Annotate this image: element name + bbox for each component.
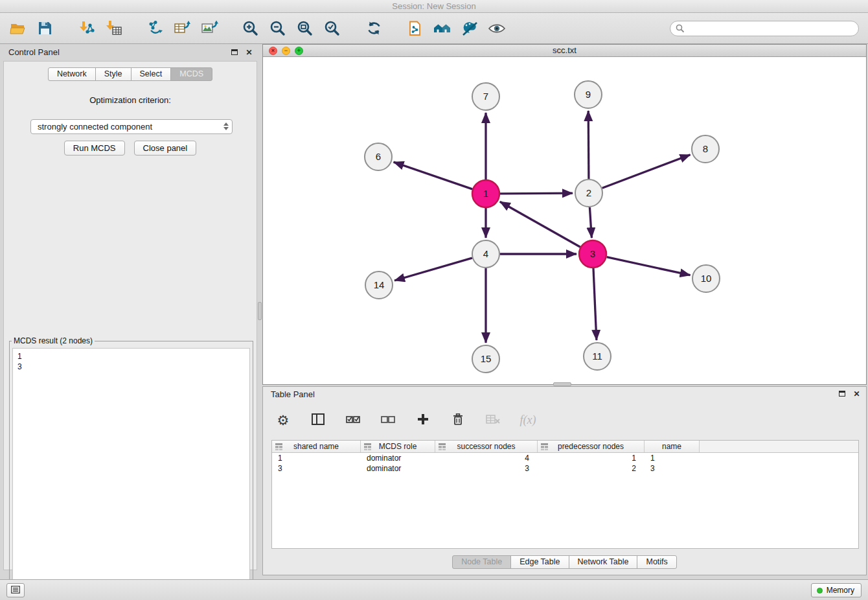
column-header-successor-nodes[interactable]: successor nodes — [435, 441, 538, 452]
table-panel-title: Table Panel — [271, 389, 315, 399]
column-header-predecessor-nodes[interactable]: predecessor nodes — [538, 441, 645, 452]
window-zoom-icon[interactable]: + — [295, 47, 303, 55]
criterion-dropdown-value: strongly connected component — [38, 122, 152, 132]
svg-text:11: 11 — [592, 351, 602, 362]
export-table-button[interactable] — [171, 17, 193, 40]
close-panel-button[interactable]: Close panel — [134, 141, 197, 156]
graph-node-10[interactable]: 10 — [692, 265, 720, 292]
first-neighbors-button[interactable] — [431, 17, 453, 40]
graph-edge-3-1[interactable] — [500, 202, 580, 247]
refresh-button[interactable] — [363, 17, 385, 40]
control-panel-tabs: Network Style Select MCDS — [4, 67, 257, 81]
open-session-button[interactable] — [6, 17, 29, 40]
delete-table-button[interactable] — [483, 410, 503, 430]
graph-edge-1-6[interactable] — [394, 162, 473, 189]
graph-edge-2-8[interactable] — [602, 155, 691, 188]
mcds-result-list[interactable]: 1 3 — [12, 348, 250, 581]
column-header-mcds-role[interactable]: MCDS role — [361, 441, 435, 452]
network-canvas[interactable]: 7968124314101511 — [263, 57, 866, 384]
search-icon — [676, 24, 685, 36]
graph-edge-2-3[interactable] — [589, 207, 591, 238]
column-label: name — [662, 442, 681, 451]
memory-button[interactable]: Memory — [811, 583, 862, 597]
column-type-icon — [275, 443, 282, 452]
table-row[interactable]: 3 dominator 3 2 3 — [272, 463, 858, 474]
network-graph[interactable]: 7968124314101511 — [263, 57, 866, 384]
tab-motifs[interactable]: Motifs — [637, 555, 676, 569]
svg-text:15: 15 — [481, 353, 492, 364]
toolbar-search — [670, 21, 859, 36]
save-session-button[interactable] — [34, 17, 56, 40]
criterion-dropdown[interactable]: strongly connected component — [30, 119, 233, 134]
float-table-panel-icon[interactable] — [838, 389, 846, 398]
cell-name: 1 — [645, 453, 700, 463]
select-all-columns-button[interactable] — [343, 410, 363, 430]
svg-text:1: 1 — [483, 188, 488, 199]
graph-node-1[interactable]: 1 — [472, 180, 499, 207]
export-image-button[interactable] — [198, 17, 220, 40]
import-network-icon — [78, 19, 95, 37]
tab-network-table[interactable]: Network Table — [569, 555, 638, 569]
import-table-icon — [105, 19, 122, 37]
window-minimize-icon[interactable]: − — [282, 47, 290, 55]
zoom-fit-icon — [297, 20, 314, 37]
table-settings-button[interactable]: ⚙ — [273, 410, 293, 430]
graph-node-11[interactable]: 11 — [584, 343, 611, 370]
zoom-out-button[interactable] — [267, 17, 289, 40]
node-table: shared name MCDS role successor nodes — [271, 440, 859, 549]
export-network-button[interactable] — [144, 17, 166, 40]
graph-node-4[interactable]: 4 — [472, 240, 499, 268]
list-icon — [11, 586, 20, 595]
tab-edge-table[interactable]: Edge Table — [510, 555, 569, 569]
graph-node-6[interactable]: 6 — [365, 143, 392, 170]
show-hide-button[interactable] — [486, 17, 508, 40]
graph-node-3[interactable]: 3 — [579, 240, 606, 268]
control-panel-title: Control Panel — [8, 47, 60, 57]
graph-edge-2-9[interactable] — [588, 111, 589, 179]
run-mcds-button[interactable]: Run MCDS — [64, 141, 125, 156]
column-header-name[interactable]: name — [645, 441, 700, 452]
graph-node-2[interactable]: 2 — [575, 179, 602, 207]
tab-style[interactable]: Style — [95, 67, 131, 81]
tab-mcds[interactable]: MCDS — [170, 67, 212, 81]
close-table-panel-icon[interactable]: ✕ — [852, 389, 861, 398]
clone-network-button[interactable] — [404, 17, 426, 40]
tab-node-table[interactable]: Node Table — [452, 555, 511, 569]
graph-edge-1-2[interactable] — [500, 193, 573, 194]
zoom-in-button[interactable] — [240, 17, 262, 40]
tab-select[interactable]: Select — [131, 67, 172, 81]
control-panel: Control Panel ✕ Network Style Select MCD… — [2, 45, 258, 571]
apply-style-button[interactable] — [459, 17, 481, 40]
show-panels-button[interactable] — [6, 583, 25, 597]
graph-edge-4-14[interactable] — [394, 258, 472, 281]
mcds-result-title: MCDS result (2 nodes) — [12, 336, 95, 345]
table-panel-header: Table Panel ✕ — [263, 387, 866, 402]
network-window-title: scc.txt — [553, 45, 577, 55]
import-network-button[interactable] — [75, 17, 97, 40]
graph-node-9[interactable]: 9 — [575, 81, 602, 108]
close-panel-icon[interactable]: ✕ — [245, 48, 253, 56]
graph-edge-3-11[interactable] — [593, 268, 597, 340]
graph-node-15[interactable]: 15 — [472, 345, 499, 373]
graph-edge-3-10[interactable] — [607, 257, 691, 275]
vertical-splitter-handle[interactable] — [258, 302, 262, 320]
add-column-button[interactable] — [413, 410, 433, 430]
zoom-fit-button[interactable] — [294, 17, 316, 40]
import-table-button[interactable] — [102, 17, 124, 40]
delete-column-button[interactable] — [448, 410, 468, 430]
split-panel-button[interactable] — [308, 410, 328, 430]
column-header-shared-name[interactable]: shared name — [272, 441, 361, 452]
cell-predecessor-nodes: 1 — [538, 453, 645, 463]
window-close-icon[interactable]: × — [269, 47, 277, 55]
float-panel-icon[interactable] — [230, 48, 238, 56]
function-builder-button[interactable]: f(x) — [518, 410, 538, 430]
graph-node-7[interactable]: 7 — [472, 83, 499, 110]
graph-node-8[interactable]: 8 — [692, 135, 719, 163]
unselect-all-columns-button[interactable] — [378, 410, 398, 430]
table-row[interactable]: 1 dominator 4 1 1 — [272, 453, 858, 463]
split-panel-icon — [312, 413, 325, 427]
zoom-selected-button[interactable] — [321, 17, 343, 40]
search-input[interactable] — [670, 21, 859, 36]
tab-network[interactable]: Network — [48, 67, 96, 81]
graph-node-14[interactable]: 14 — [365, 271, 393, 299]
